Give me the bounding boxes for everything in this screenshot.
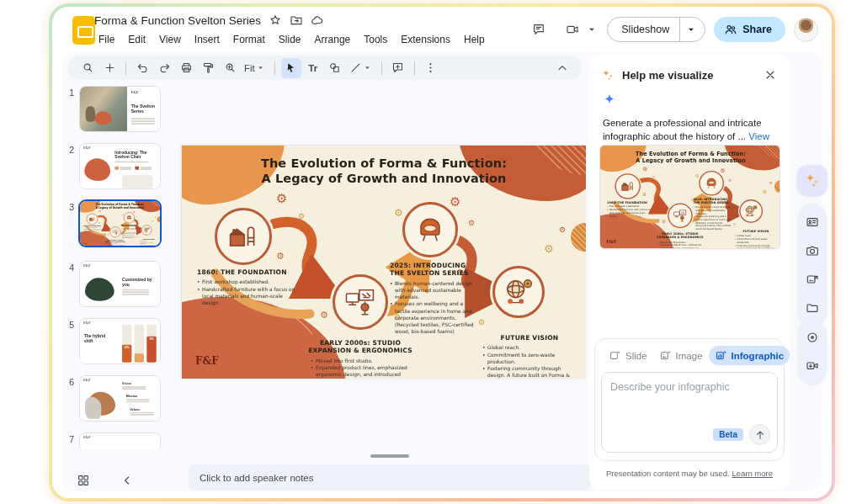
gear-icon: ⚙ xyxy=(652,176,656,179)
beta-badge: Beta xyxy=(713,428,743,441)
slide-thumbnail-1[interactable]: F&FThe Svelton Series xyxy=(79,86,161,132)
card-tool-icon[interactable] xyxy=(801,209,824,236)
zoom-in-icon[interactable] xyxy=(220,58,240,78)
print-icon[interactable] xyxy=(176,58,196,78)
milestone-text-4: FUTURE VISIONGlobal reach.Commitment to … xyxy=(138,238,159,247)
search-icon[interactable] xyxy=(77,58,98,78)
menu-help[interactable]: Help xyxy=(458,32,491,47)
cloud-status-icon[interactable] xyxy=(311,13,324,27)
slide-thumbnail-6[interactable]: F&FVisionMissionValues xyxy=(79,375,161,422)
text-box-tool[interactable]: Tr xyxy=(303,58,323,78)
record-icon[interactable] xyxy=(801,324,824,351)
menu-view[interactable]: View xyxy=(153,32,187,47)
gear-icon: ⚙ xyxy=(276,252,285,261)
zoom-plus-icon[interactable] xyxy=(99,58,120,78)
document-title[interactable]: Forma & Function Svelton Series xyxy=(94,14,261,27)
slide-number: 1 xyxy=(64,86,79,132)
slide-filmstrip: 1F&FThe Svelton Series2F&FIntroducing: T… xyxy=(64,86,169,449)
more-options-icon[interactable] xyxy=(421,58,441,78)
slide-number: 3 xyxy=(64,200,79,247)
milestone-text-3: 2025: INTRODUCING THE SVELTON SERIESBlen… xyxy=(694,198,733,231)
filmstrip-slide-6: 6F&FVisionMissionValues xyxy=(64,375,161,422)
people-icon xyxy=(724,23,737,36)
slideshow-caret-icon[interactable] xyxy=(680,23,705,36)
submit-arrow-button[interactable] xyxy=(749,424,770,445)
speaker-notes-input[interactable]: Click to add speaker notes xyxy=(189,464,591,491)
milestone-text-4: FUTURE VISIONGlobal reach.Commitment to … xyxy=(732,230,780,249)
tab-slide[interactable]: Slide xyxy=(603,346,653,365)
gemini-spark-icon xyxy=(603,93,616,106)
videocam-caret-icon[interactable] xyxy=(585,23,599,36)
generated-infographic-preview[interactable]: The Evolution of Forma & Function:A Lega… xyxy=(599,145,780,249)
slideshow-label[interactable]: Slideshow xyxy=(608,24,679,35)
describe-input[interactable]: Describe your infographic Beta xyxy=(601,372,778,453)
folder-icon[interactable] xyxy=(801,294,824,321)
line-tool-icon[interactable] xyxy=(347,58,375,78)
slide-number: 7 xyxy=(64,432,79,449)
star-icon[interactable] xyxy=(269,13,282,27)
slide-thumbnail-5[interactable]: F&FThe hybrid shift47%75% xyxy=(79,318,161,364)
slide-thumbnail-3[interactable]: The Evolution of Forma & Function:A Lega… xyxy=(79,200,161,247)
google-slides-icon[interactable] xyxy=(72,16,95,45)
videocam-icon[interactable] xyxy=(560,17,585,42)
menu-format[interactable]: Format xyxy=(227,32,271,47)
move-folder-icon[interactable] xyxy=(290,13,303,27)
camera-tool-icon[interactable] xyxy=(801,237,824,264)
milestone-node-3 xyxy=(124,212,135,223)
slide-number: 2 xyxy=(64,143,79,189)
ff-logo: F&F xyxy=(195,355,219,367)
gear-icon: ⚙ xyxy=(103,215,104,216)
menu-edit[interactable]: Edit xyxy=(122,32,152,47)
milestone-node-4 xyxy=(739,199,763,223)
select-tool-icon[interactable] xyxy=(281,58,301,78)
gear-icon: ⚙ xyxy=(136,215,138,217)
milestone-text-2: EARLY 2000s: STUDIO EXPANSION & ERGONOMI… xyxy=(655,232,705,249)
menu-arrange[interactable]: Arrange xyxy=(309,32,357,47)
gear-icon: ⚙ xyxy=(450,196,460,209)
menu-slide[interactable]: Slide xyxy=(273,32,307,47)
evolution-infographic: The Evolution of Forma & Function:A Lega… xyxy=(600,146,780,249)
share-label: Share xyxy=(742,24,772,35)
join-call-button[interactable] xyxy=(560,17,599,42)
describe-input-placeholder: Describe your infographic xyxy=(610,381,769,393)
milestone-text-4: FUTURE VISIONGlobal reach.Commitment to … xyxy=(476,334,583,379)
share-button[interactable]: Share xyxy=(714,17,785,42)
slide-title: The Evolution of Forma & Function:A Lega… xyxy=(182,157,586,186)
grid-view-icon[interactable] xyxy=(71,468,96,493)
menu-extensions[interactable]: Extensions xyxy=(395,32,456,47)
shapes-tool-icon[interactable] xyxy=(325,58,345,78)
menu-tools[interactable]: Tools xyxy=(358,32,393,47)
redo-icon[interactable] xyxy=(154,58,174,78)
slideshow-button[interactable]: Slideshow xyxy=(607,17,705,42)
gear-icon: ⚙ xyxy=(98,222,100,224)
image-export-icon[interactable] xyxy=(801,266,824,293)
filmstrip-slide-2: 2F&FIntroducing: The Svelton Chair xyxy=(64,143,161,189)
slide-title: The Evolution of Forma & Function:A Lega… xyxy=(80,204,160,210)
paint-format-icon[interactable] xyxy=(198,58,218,78)
undo-icon[interactable] xyxy=(132,58,152,78)
milestone-node-2 xyxy=(668,204,693,229)
notes-resize-handle[interactable] xyxy=(370,454,409,458)
screen-record-icon[interactable] xyxy=(801,353,824,379)
help-me-visualize-panel: Help me visualize Generate a professiona… xyxy=(589,54,790,490)
gear-icon: ⚙ xyxy=(733,223,737,226)
comments-icon[interactable] xyxy=(526,17,551,42)
collapse-filmstrip-icon[interactable] xyxy=(114,468,140,493)
close-panel-icon[interactable] xyxy=(759,64,781,86)
tab-image[interactable]: Image xyxy=(653,346,709,365)
filmstrip-slide-5: 5F&FThe hybrid shift47%75% xyxy=(64,318,161,364)
slide-thumbnail-2[interactable]: F&FIntroducing: The Svelton Chair xyxy=(79,143,161,189)
slide-thumbnail-7[interactable]: F&F xyxy=(79,432,161,449)
slide-thumbnail-4[interactable]: F&FCustomized by you xyxy=(79,261,161,307)
slide-canvas[interactable]: The Evolution of Forma & Function:A Lega… xyxy=(181,145,585,378)
learn-more-link[interactable]: Learn more xyxy=(732,469,773,478)
window-glow: Forma & Function Svelton Series FileEdit… xyxy=(49,3,835,501)
add-comment-icon[interactable] xyxy=(388,58,408,78)
fit-zoom-select[interactable]: Fit xyxy=(242,58,269,78)
menu-insert[interactable]: Insert xyxy=(189,32,226,47)
menu-file[interactable]: File xyxy=(93,32,120,47)
ai-sparkle-button[interactable] xyxy=(797,165,827,195)
milestone-node-4 xyxy=(141,225,152,235)
menu-bar: FileEditViewInsertFormatSlideArrangeTool… xyxy=(93,32,491,47)
tab-infographic[interactable]: Infographic xyxy=(709,346,790,365)
